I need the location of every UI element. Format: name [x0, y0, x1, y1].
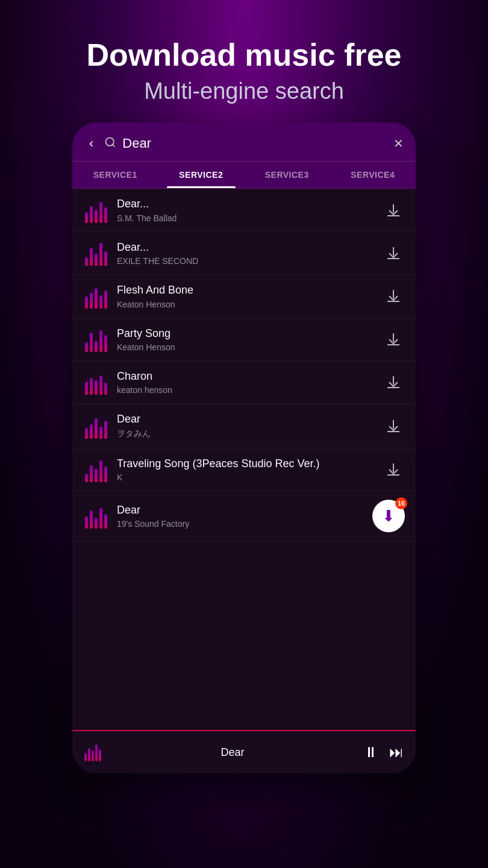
song-title: Dear [117, 503, 364, 517]
song-item[interactable]: Traveling Song (3Peaces Studio Rec Ver.)… [72, 448, 416, 491]
song-artist: EXILE THE SECOND [117, 256, 374, 266]
song-title: Party Song [117, 327, 374, 341]
download-arrow-icon [386, 289, 401, 303]
download-button[interactable] [382, 199, 405, 222]
download-arrow-icon [386, 375, 401, 389]
phone-mockup: ‹ Dear ✕ SERVICE1 SERVICE2 SERVICE3 SERV… [72, 122, 416, 773]
close-icon[interactable]: ✕ [393, 136, 404, 151]
song-info: Dear...EXILE THE SECOND [117, 241, 374, 266]
app-header: Download music free Multi-engine search [87, 36, 402, 104]
download-button[interactable] [382, 242, 405, 265]
header-title: Download music free [87, 36, 402, 74]
tab-service4[interactable]: SERVICE4 [330, 162, 416, 188]
download-arrow-icon [386, 462, 401, 477]
download-arrow-icon: ⬇ [382, 507, 395, 526]
song-item[interactable]: Party SongKeaton Henson [72, 318, 416, 361]
song-info: Dear...S.M. The Ballad [117, 197, 374, 222]
download-arrow-icon [386, 203, 401, 218]
song-title: Traveling Song (3Peaces Studio Rec Ver.) [117, 457, 374, 471]
now-playing-bar: Dear ⏸ ⏭ [72, 730, 416, 773]
song-title: Charon [117, 370, 374, 383]
svg-point-0 [106, 137, 114, 145]
search-input[interactable]: Dear [122, 136, 387, 151]
player-controls: ⏸ ⏭ [364, 744, 404, 761]
song-item[interactable]: Dear...EXILE THE SECOND [72, 232, 416, 275]
song-item[interactable]: Dear19's Sound Factory⬇ 16 [72, 491, 416, 541]
waveform-icon [83, 198, 108, 223]
song-list: Dear...S.M. The BalladDear...EXILE THE S… [72, 189, 416, 730]
waveform-icon [83, 503, 108, 529]
now-waveform-icon [84, 743, 101, 761]
now-playing-track: Dear [111, 746, 354, 759]
download-button[interactable] [382, 415, 405, 438]
next-button[interactable]: ⏭ [389, 744, 404, 761]
search-icon [104, 136, 116, 151]
tab-service3[interactable]: SERVICE3 [244, 162, 330, 188]
back-button[interactable]: ‹ [84, 133, 98, 154]
song-artist: Keaton Henson [117, 300, 374, 309]
song-artist: ヲタみん [117, 429, 374, 439]
song-artist: S.M. The Ballad [117, 213, 374, 223]
song-item[interactable]: Dear...S.M. The Ballad [72, 189, 416, 231]
song-title: Dear... [117, 197, 374, 211]
song-title: Flesh And Bone [117, 283, 374, 297]
download-button-circle[interactable]: ⬇ 16 [372, 500, 405, 532]
waveform-icon [83, 370, 108, 395]
song-info: Flesh And BoneKeaton Henson [117, 283, 374, 309]
song-item[interactable]: Charonkeaton henson [72, 361, 416, 404]
download-badge: 16 [395, 497, 407, 509]
service-tabs: SERVICE1 SERVICE2 SERVICE3 SERVICE4 [72, 162, 416, 189]
song-info: Charonkeaton henson [117, 370, 374, 395]
download-button[interactable] [382, 458, 405, 481]
svg-line-1 [113, 145, 115, 147]
download-button[interactable] [382, 371, 405, 394]
song-item[interactable]: Dearヲタみん [72, 404, 416, 448]
song-artist: Keaton Henson [117, 342, 374, 352]
search-bar: ‹ Dear ✕ [72, 122, 416, 162]
download-arrow-icon [386, 246, 401, 260]
download-button[interactable] [382, 285, 405, 307]
song-info: Dearヲタみん [117, 412, 374, 439]
song-info: Party SongKeaton Henson [117, 327, 374, 352]
waveform-icon [83, 457, 108, 482]
download-arrow-icon [386, 419, 401, 433]
download-arrow-icon [386, 332, 401, 347]
song-title: Dear... [117, 241, 374, 254]
waveform-icon [83, 283, 108, 309]
phone-content: Dear...S.M. The BalladDear...EXILE THE S… [72, 189, 416, 773]
song-artist: keaton henson [117, 385, 374, 395]
waveform-icon [83, 414, 108, 439]
song-item[interactable]: Flesh And BoneKeaton Henson [72, 275, 416, 318]
pause-button[interactable]: ⏸ [364, 744, 378, 761]
song-info: Dear19's Sound Factory [117, 503, 364, 529]
waveform-icon [83, 327, 108, 352]
tab-service1[interactable]: SERVICE1 [72, 162, 158, 188]
song-artist: 19's Sound Factory [117, 519, 364, 529]
song-info: Traveling Song (3Peaces Studio Rec Ver.)… [117, 457, 374, 482]
header-subtitle: Multi-engine search [87, 78, 402, 104]
download-button[interactable] [382, 328, 405, 351]
song-title: Dear [117, 412, 374, 426]
waveform-icon [83, 241, 108, 266]
tab-service2[interactable]: SERVICE2 [158, 162, 245, 188]
song-artist: K [117, 473, 374, 482]
